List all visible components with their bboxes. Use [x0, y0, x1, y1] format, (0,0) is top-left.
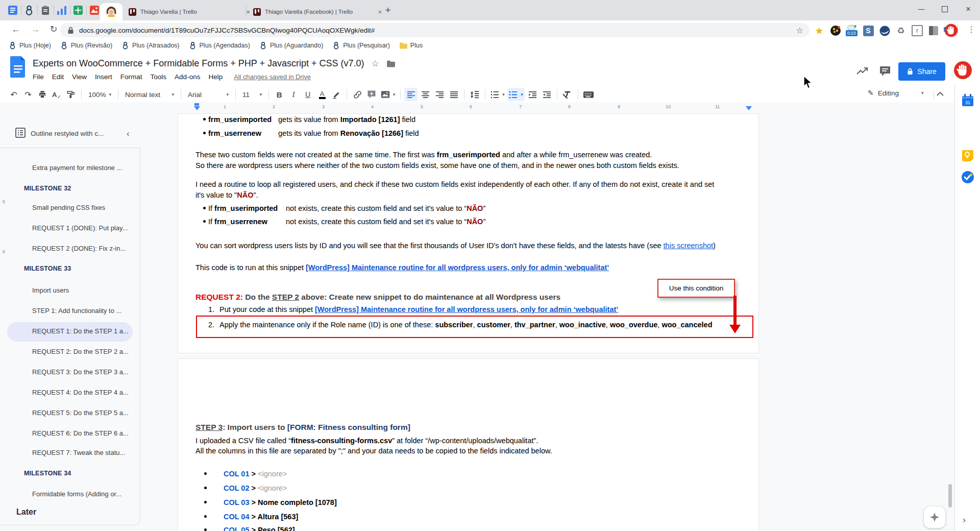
save-status[interactable]: All changes saved in Drive [234, 73, 311, 81]
insert-image-button[interactable]: ▾ [379, 88, 397, 101]
outline-item[interactable]: REQUEST 4: Do the STEP 4 a... [32, 389, 129, 396]
bookmark-plus-aguardando[interactable]: Plus (Aguardando) [255, 41, 328, 50]
decrease-indent-button[interactable] [526, 88, 539, 101]
ext-window-icon[interactable] [927, 24, 940, 37]
outline-item[interactable]: REQUEST 1 (DONE): Put play... [32, 224, 128, 232]
add-comment-button[interactable] [365, 88, 378, 101]
align-center-button[interactable] [419, 88, 432, 101]
outline-item[interactable]: REQUEST 2: Do the STEP 2 a... [32, 348, 129, 355]
doc-line[interactable]: If frm_userimportednot exists, create th… [208, 203, 485, 213]
align-right-button[interactable] [433, 88, 446, 101]
comments-icon[interactable] [879, 65, 891, 77]
ext-navy-circle-icon[interactable] [878, 24, 891, 37]
request2-heading[interactable]: REQUEST 2: Do the STEP 2 above: Create n… [195, 292, 560, 302]
outline-item[interactable]: Formidable forms (Adding or... [32, 490, 121, 498]
print-button[interactable] [36, 88, 49, 101]
outline-item[interactable]: REQUEST 3: Do the STEP 3 a... [32, 368, 129, 376]
outline-item-later[interactable]: Later [16, 508, 36, 517]
doc-line[interactable]: If frm_userrenewnot exists, create this … [208, 216, 485, 227]
move-folder-icon[interactable] [386, 60, 395, 67]
hide-menus-button[interactable] [936, 91, 944, 96]
ext-r-frame-icon[interactable]: r [911, 24, 924, 37]
undo-button[interactable]: ↶ [7, 88, 20, 101]
ext-s-icon[interactable]: S [862, 24, 875, 37]
ext-dark-icon[interactable] [829, 24, 842, 37]
address-bar[interactable]: docs.google.com/document/d/1T89cuOu7zFJJ… [60, 23, 810, 37]
paint-format-button[interactable] [64, 88, 78, 101]
menu-file[interactable]: File [29, 73, 48, 81]
doc-line[interactable]: I need a routine to loop all registered … [195, 179, 714, 189]
outline-item[interactable]: Import users [32, 286, 69, 294]
outline-item-selected[interactable]: REQUEST 1: Do the STEP 1 a... [32, 327, 129, 335]
zoom-select[interactable]: 100%▾ [85, 88, 114, 101]
pinned-tab-notes[interactable] [7, 5, 18, 16]
bold-button[interactable]: B [273, 88, 286, 101]
window-close-button[interactable]: × [957, 0, 980, 18]
document-title[interactable]: Experts on WooCommerce + Formidable Form… [33, 58, 364, 69]
paragraph-style-select[interactable]: Normal text▾ [122, 88, 177, 101]
doc-line[interactable]: frm_userrenewgets its value from Renovaç… [208, 128, 419, 138]
line-spacing-button[interactable] [468, 88, 481, 101]
menu-format[interactable]: Format [116, 73, 146, 81]
keep-panel-icon[interactable] [961, 149, 974, 162]
doc-line[interactable]: I uploaded a CSV file called “fitness-co… [195, 436, 538, 446]
back-button[interactable]: ← [9, 22, 22, 36]
bookmark-plus-atrasados[interactable]: Plus (Atrasados) [117, 41, 184, 50]
forward-button[interactable]: → [29, 22, 42, 36]
outline-item[interactable]: Extra payment for milestone ... [32, 164, 122, 172]
ext-timer-icon[interactable]: 0:23 [845, 24, 859, 37]
calendar-panel-icon[interactable]: 31 [961, 94, 974, 107]
menu-addons[interactable]: Add-ons [170, 73, 204, 81]
menu-tools[interactable]: Tools [146, 73, 171, 81]
bookmark-plus-revisao[interactable]: Plus (Revisão) [56, 41, 117, 50]
numbered-list-button[interactable]: ▾ [489, 88, 506, 101]
input-tools-keyboard-button[interactable] [582, 88, 595, 101]
spellcheck-button[interactable]: A✓ [50, 88, 63, 101]
docs-app-icon[interactable] [10, 56, 26, 78]
pinned-tab-clipboard[interactable] [40, 5, 51, 16]
outline-item[interactable]: REQUEST 6: Do the STEP 6 a... [32, 429, 129, 437]
step3-heading[interactable]: STEP 3: Import users to [FORM: Fitness c… [195, 422, 410, 432]
bookmark-plus-hoje[interactable]: Plus (Hoje) [4, 41, 56, 50]
doc-numbered-line[interactable]: 1.Put your code at this snippet [WordPre… [208, 304, 618, 315]
snippet-link[interactable]: [WordPress] Maintenance routine for all … [315, 305, 618, 313]
clear-formatting-button[interactable] [561, 88, 574, 101]
window-minimize-button[interactable]: — [910, 0, 933, 18]
doc-line[interactable]: You can sort wordpress users lists by ID… [195, 240, 716, 251]
redo-button[interactable]: ↷ [21, 88, 35, 101]
screenshot-link[interactable]: this screenshot [664, 242, 714, 250]
align-left-button[interactable] [404, 88, 418, 101]
outline-item[interactable]: REQUEST 2 (DONE): Fix z-in... [32, 245, 126, 252]
bookmark-plus-agendadas[interactable]: Plus (Agendadas) [184, 41, 255, 50]
document-scrollbar[interactable] [948, 484, 952, 508]
doc-line[interactable]: This code is to run at this snippet [Wor… [195, 262, 609, 273]
doc-line[interactable]: These two custom fields were not created… [195, 150, 652, 160]
menu-view[interactable]: View [68, 73, 91, 81]
justify-button[interactable] [447, 88, 460, 101]
star-document-icon[interactable]: ☆ [372, 58, 379, 69]
increase-indent-button[interactable] [540, 88, 553, 101]
tab-trello-1[interactable]: Thiago Varella | Trello × [124, 3, 255, 20]
doc-line[interactable]: frm_userimportedgets its value from Impo… [208, 114, 415, 125]
ext-star-icon[interactable]: ★ [813, 24, 826, 37]
col-mapping-line[interactable]: COL 03 > Nome completo [1078] [224, 497, 337, 508]
doc-numbered-line[interactable]: 2.Apply the maintenance only if the Role… [208, 320, 713, 330]
new-tab-button[interactable]: + [382, 4, 394, 16]
window-maximize-button[interactable] [933, 0, 957, 18]
font-size-select[interactable]: 11▾ [239, 88, 265, 101]
outline-item[interactable]: STEP 1: Add functionality to ... [32, 307, 121, 315]
tab-trello-2[interactable]: Thiago Varella (Facebook) | Trello × [248, 3, 387, 20]
left-indent-marker[interactable] [194, 106, 200, 110]
outline-item[interactable]: REQUEST 5: Do the STEP 5 a... [32, 409, 129, 417]
underline-button[interactable]: U [301, 88, 314, 101]
ext-recycle-icon[interactable]: ♻ [894, 24, 908, 37]
col-mapping-line[interactable]: COL 02 > <ignore> [224, 483, 287, 493]
explore-button[interactable] [924, 506, 945, 528]
share-button[interactable]: Share [898, 62, 945, 81]
col-mapping-line[interactable]: COL 04 > Altura [563] [224, 512, 298, 522]
bulleted-list-button[interactable]: ▾ [507, 88, 525, 101]
browser-profile-avatar-hand[interactable] [944, 23, 958, 37]
doc-line[interactable]: All the columns in this file are separat… [195, 446, 552, 456]
outline-item[interactable]: Small pending CSS fixes [32, 204, 105, 211]
reload-button[interactable]: ↻ [47, 22, 60, 36]
